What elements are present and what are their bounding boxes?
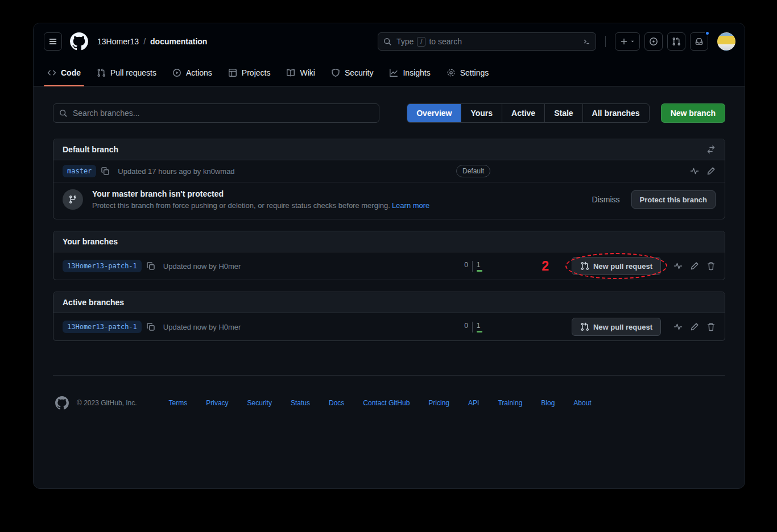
footer-link-privacy[interactable]: Privacy <box>206 399 228 407</box>
footer-link-blog[interactable]: Blog <box>541 399 555 407</box>
issues-button[interactable] <box>644 32 663 51</box>
breadcrumb: 13Homer13 / documentation <box>97 37 207 46</box>
rename-branch-button[interactable] <box>706 167 716 176</box>
github-logo[interactable] <box>70 32 88 51</box>
branch-name-link[interactable]: 13Homer13-patch-1 <box>63 260 142 272</box>
rename-branch-button[interactable] <box>690 261 699 271</box>
breadcrumb-owner[interactable]: 13Homer13 <box>97 37 139 46</box>
play-icon <box>172 68 181 77</box>
dismiss-link[interactable]: Dismiss <box>592 195 620 204</box>
footer-link-security[interactable]: Security <box>247 399 272 407</box>
footer-links: Terms Privacy Security Status Docs Conta… <box>169 399 592 407</box>
new-pull-request-button[interactable]: New pull request <box>572 257 661 275</box>
issue-opened-icon <box>649 37 658 46</box>
notifications <box>690 32 708 51</box>
panel-title: Active branches <box>63 298 124 307</box>
tab-pull-requests[interactable]: Pull requests <box>89 60 164 86</box>
tab-security[interactable]: Security <box>323 60 382 86</box>
branch-activity-button[interactable] <box>673 322 683 331</box>
default-badge: Default <box>456 165 490 177</box>
branch-search <box>53 103 379 123</box>
footer-link-api[interactable]: API <box>468 399 479 407</box>
filter-active[interactable]: Active <box>502 104 544 122</box>
github-mark-icon <box>70 32 88 51</box>
change-default-branch-button[interactable] <box>706 145 716 154</box>
filter-stale[interactable]: Stale <box>544 104 582 122</box>
footer-link-terms[interactable]: Terms <box>169 399 188 407</box>
inbox-icon <box>695 37 704 46</box>
trash-icon <box>706 322 716 331</box>
code-icon <box>47 68 56 77</box>
global-search[interactable]: Type / to search <box>378 32 596 51</box>
trash-icon <box>706 261 716 271</box>
breadcrumb-repo[interactable]: documentation <box>150 37 207 46</box>
row-actions <box>661 322 716 331</box>
filter-overview[interactable]: Overview <box>407 104 461 122</box>
tab-wiki[interactable]: Wiki <box>278 60 323 86</box>
graph-icon <box>389 68 398 77</box>
command-palette-icon[interactable] <box>582 37 591 46</box>
branch-search-input[interactable] <box>53 103 379 123</box>
branch-updated-text: Updated now by H0mer <box>163 262 241 271</box>
delete-branch-button[interactable] <box>706 322 716 331</box>
ahead-count: 1 <box>473 322 482 332</box>
protection-title: Your master branch isn't protected <box>92 189 429 198</box>
branch-activity-button[interactable] <box>690 167 699 176</box>
active-branch-row: 13Homer13-patch-1 Updated now by H0mer 0… <box>53 313 725 340</box>
branch-name-link[interactable]: master <box>63 165 96 177</box>
app-header: 13Homer13 / documentation Type / to sear… <box>34 23 745 86</box>
git-branch-icon <box>68 195 77 204</box>
pulse-icon <box>690 167 699 176</box>
branches-page: Overview Yours Active Stale All branches… <box>34 86 745 444</box>
create-new-button[interactable] <box>615 32 640 51</box>
footer-link-contact-github[interactable]: Contact GitHub <box>363 399 410 407</box>
behind-count: 0 <box>464 322 473 332</box>
footer-link-about[interactable]: About <box>573 399 591 407</box>
tab-projects[interactable]: Projects <box>220 60 279 86</box>
copy-branch-name-button[interactable] <box>101 167 110 176</box>
filter-yours[interactable]: Yours <box>461 104 502 122</box>
delete-branch-button[interactable] <box>706 261 716 271</box>
learn-more-link[interactable]: Learn more <box>392 201 429 210</box>
pulse-icon <box>673 322 683 331</box>
new-pull-request-button[interactable]: New pull request <box>572 318 661 336</box>
gear-icon <box>447 68 456 77</box>
protection-actions: Dismiss Protect this branch <box>592 190 716 209</box>
footer-link-status[interactable]: Status <box>291 399 310 407</box>
tab-insights[interactable]: Insights <box>381 60 438 86</box>
tab-code[interactable]: Code <box>39 60 89 86</box>
copy-icon <box>101 167 110 176</box>
footer-link-docs[interactable]: Docs <box>329 399 344 407</box>
footer-link-pricing[interactable]: Pricing <box>428 399 449 407</box>
rename-branch-button[interactable] <box>690 322 699 331</box>
default-branch-row: master Updated 17 hours ago by kn0wmad D… <box>53 160 725 182</box>
copyright-text: © 2023 GitHub, Inc. <box>77 399 137 407</box>
filter-all-branches[interactable]: All branches <box>582 104 649 122</box>
branch-updated-text: Updated 17 hours ago by kn0wmad <box>118 167 234 176</box>
panel-header: Your branches <box>53 231 725 252</box>
plus-icon <box>619 37 629 46</box>
your-branch-row: 13Homer13-patch-1 Updated now by H0mer 0… <box>53 252 725 280</box>
copy-branch-name-button[interactable] <box>146 261 155 271</box>
copy-branch-name-button[interactable] <box>146 322 155 331</box>
branch-info: 13Homer13-patch-1 Updated now by H0mer <box>63 321 445 333</box>
branches-toolbar: Overview Yours Active Stale All branches… <box>53 103 725 123</box>
active-branches-panel: Active branches 13Homer13-patch-1 Update… <box>53 292 725 341</box>
search-icon <box>59 109 68 118</box>
protection-text: Your master branch isn't protected Prote… <box>92 189 429 210</box>
branch-activity-button[interactable] <box>673 261 683 271</box>
github-window: 13Homer13 / documentation Type / to sear… <box>33 23 745 489</box>
tab-settings[interactable]: Settings <box>439 60 497 86</box>
user-avatar[interactable] <box>717 32 735 51</box>
pull-requests-button[interactable] <box>667 32 685 51</box>
compare-icon <box>706 145 716 154</box>
branch-name-link[interactable]: 13Homer13-patch-1 <box>63 321 142 333</box>
footer-link-training[interactable]: Training <box>498 399 522 407</box>
slash-key-hint: / <box>417 37 425 47</box>
hamburger-menu-button[interactable] <box>44 32 62 51</box>
protect-branch-button[interactable]: Protect this branch <box>631 190 716 209</box>
panel-header: Default branch <box>53 139 725 160</box>
tab-actions[interactable]: Actions <box>164 60 220 86</box>
top-bar: 13Homer13 / documentation Type / to sear… <box>34 23 745 60</box>
new-branch-button[interactable]: New branch <box>661 103 725 123</box>
